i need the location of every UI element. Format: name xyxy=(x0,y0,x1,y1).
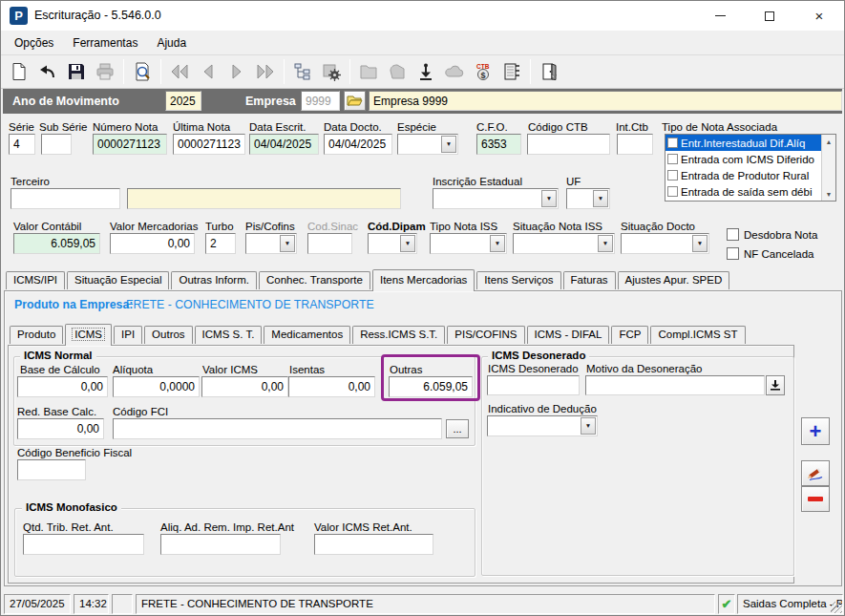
undo-button[interactable] xyxy=(33,58,62,85)
tab-fcp[interactable]: FCP xyxy=(611,326,648,344)
chevron-down-icon[interactable]: ▼ xyxy=(280,235,295,252)
tab-ajustes-apur-sped[interactable]: Ajustes Apur. SPED xyxy=(618,271,730,289)
checkbox-icon[interactable] xyxy=(667,186,678,197)
cod-dipam-select[interactable]: ▼ xyxy=(368,233,417,254)
tab-icms-st[interactable]: ICMS S. T. xyxy=(195,326,263,344)
ano-movimento-input[interactable]: 2025 xyxy=(165,91,201,111)
turbo-input[interactable]: 2 xyxy=(205,233,236,254)
tab-outros[interactable]: Outros xyxy=(144,326,193,344)
tab-produto[interactable]: Produto xyxy=(10,326,63,344)
remove-item-button[interactable] xyxy=(801,486,830,512)
go-first-button[interactable] xyxy=(165,58,194,85)
desdobra-nota-checkbox[interactable] xyxy=(727,228,739,241)
cod-sinac-input[interactable] xyxy=(307,233,352,254)
edit-item-button[interactable] xyxy=(801,460,830,486)
tab-icms-ipi[interactable]: ICMS/IPI xyxy=(6,271,65,289)
tab-itens-servicos[interactable]: Itens Serviços xyxy=(476,271,560,289)
inscricao-estadual-select[interactable]: ▼ xyxy=(433,188,559,209)
aliq-ad-rem-input[interactable] xyxy=(160,534,281,555)
tab-itens-mercadorias[interactable]: Itens Mercadorias xyxy=(372,269,475,291)
resize-grip[interactable] xyxy=(831,602,842,613)
terceiro-name-input[interactable] xyxy=(127,188,401,209)
numero-nota-input[interactable]: 0000271123 xyxy=(93,134,167,155)
codigo-beneficio-fiscal-input[interactable] xyxy=(17,459,86,480)
folder-button[interactable] xyxy=(354,58,383,85)
valor-icms-input[interactable]: 0,00 xyxy=(201,376,288,397)
go-previous-button[interactable] xyxy=(194,58,222,85)
maximize-button[interactable] xyxy=(745,1,794,31)
codigo-fci-input[interactable] xyxy=(113,418,442,439)
nf-cancelada-checkbox[interactable] xyxy=(727,247,739,260)
especie-select[interactable]: 57 CT-E ▼ xyxy=(397,134,458,155)
new-document-button[interactable] xyxy=(5,58,33,85)
chevron-down-icon[interactable]: ▼ xyxy=(400,235,415,252)
tab-situacao-especial[interactable]: Situação Especial xyxy=(67,271,169,289)
qtd-trib-ret-ant-input[interactable] xyxy=(23,534,144,555)
ultima-nota-input[interactable]: 0000271123 xyxy=(173,134,245,155)
exit-button[interactable] xyxy=(535,58,563,85)
motivo-desoneracao-input[interactable] xyxy=(585,375,765,395)
chevron-down-icon[interactable]: ▼ xyxy=(490,235,505,252)
icms-desonerado-input[interactable] xyxy=(487,375,580,395)
chevron-down-icon[interactable]: ▼ xyxy=(581,417,596,435)
print-button[interactable] xyxy=(91,58,119,85)
outras-input[interactable]: 6.059,05 xyxy=(389,376,473,397)
process-gear-button[interactable] xyxy=(317,58,346,85)
checkbox-icon[interactable] xyxy=(667,138,678,148)
checkbox-icon[interactable] xyxy=(667,154,678,164)
chevron-down-icon[interactable]: ▼ xyxy=(598,235,613,252)
tab-icms[interactable]: ICMS xyxy=(65,324,112,346)
checkbox-icon[interactable] xyxy=(667,170,678,181)
uf-select[interactable]: ▼ xyxy=(566,188,610,209)
tab-outras-inform[interactable]: Outras Inform. xyxy=(171,271,257,289)
tab-faturas[interactable]: Faturas xyxy=(563,271,616,289)
menu-ajuda[interactable]: Ajuda xyxy=(147,36,196,50)
serie-input[interactable]: 4 xyxy=(9,134,35,155)
tab-compl-icms-st[interactable]: Compl.ICMS ST xyxy=(650,326,745,344)
cfo-input[interactable]: 6353 xyxy=(476,134,521,155)
empresa-name-input[interactable]: Empresa 9999 xyxy=(369,91,842,111)
ledger-button[interactable] xyxy=(497,58,526,85)
terceiro-code-input[interactable] xyxy=(11,188,120,209)
situacao-docto-select[interactable]: 00 - Documer ▼ xyxy=(621,233,709,254)
list-item[interactable]: Entr.Interestadual Dif.Alíq xyxy=(665,135,835,151)
minimize-button[interactable] xyxy=(695,1,745,31)
pis-cofins-select[interactable]: ▼ xyxy=(245,233,297,254)
data-escrit-input[interactable]: 04/04/2025 xyxy=(249,134,319,155)
valor-contabil-input[interactable]: 6.059,05 xyxy=(13,233,100,254)
package-button[interactable] xyxy=(383,58,412,85)
empresa-browse-button[interactable] xyxy=(344,91,366,111)
tab-icms-difal[interactable]: ICMS - DIFAL xyxy=(527,326,610,344)
scroll-down-icon[interactable]: ▼ xyxy=(822,187,835,201)
save-button[interactable] xyxy=(62,58,91,85)
valor-mercadorias-input[interactable]: 0,00 xyxy=(110,233,195,254)
tab-ress-icms-st[interactable]: Ress.ICMS S.T. xyxy=(352,326,445,344)
tree-view-button[interactable] xyxy=(288,58,317,85)
scroll-up-icon[interactable]: ▲ xyxy=(822,135,835,148)
cloud-button[interactable] xyxy=(440,58,469,85)
base-calculo-input[interactable]: 0,00 xyxy=(17,376,108,397)
chevron-down-icon[interactable]: ▼ xyxy=(593,190,608,207)
isentas-input[interactable]: 0,00 xyxy=(288,376,375,397)
add-item-button[interactable]: + xyxy=(801,417,830,445)
chevron-down-icon[interactable]: ▼ xyxy=(441,136,456,153)
close-button[interactable]: × xyxy=(794,1,844,31)
tab-pis-cofins[interactable]: PIS/COFINS xyxy=(447,326,524,344)
valor-icms-ret-ant-input[interactable] xyxy=(314,534,433,555)
data-docto-input[interactable]: 04/04/2025 xyxy=(324,134,392,155)
list-item[interactable]: Entrada de saída sem débi xyxy=(665,183,835,200)
tab-ipi[interactable]: IPI xyxy=(114,326,142,344)
sub-serie-input[interactable] xyxy=(41,134,72,155)
int-ctb-input[interactable] xyxy=(617,134,653,155)
list-item[interactable]: Entrada de Produtor Rural xyxy=(665,167,835,183)
chevron-down-icon[interactable]: ▼ xyxy=(692,235,708,252)
menu-opcoes[interactable]: Opções xyxy=(5,36,63,50)
menu-ferramentas[interactable]: Ferramentas xyxy=(63,36,147,50)
motivo-desoneracao-lookup-button[interactable] xyxy=(766,375,785,395)
list-item[interactable]: Entrada com ICMS Diferido xyxy=(665,151,835,167)
tipo-nota-associada-list[interactable]: Entr.Interestadual Dif.Alíq Entrada com … xyxy=(665,134,836,202)
aliquota-input[interactable]: 0,0000 xyxy=(113,376,200,397)
list-scrollbar[interactable]: ▲ ▼ xyxy=(821,135,835,201)
codigo-fci-browse-button[interactable]: ... xyxy=(446,419,469,438)
import-down-button[interactable] xyxy=(412,58,440,85)
